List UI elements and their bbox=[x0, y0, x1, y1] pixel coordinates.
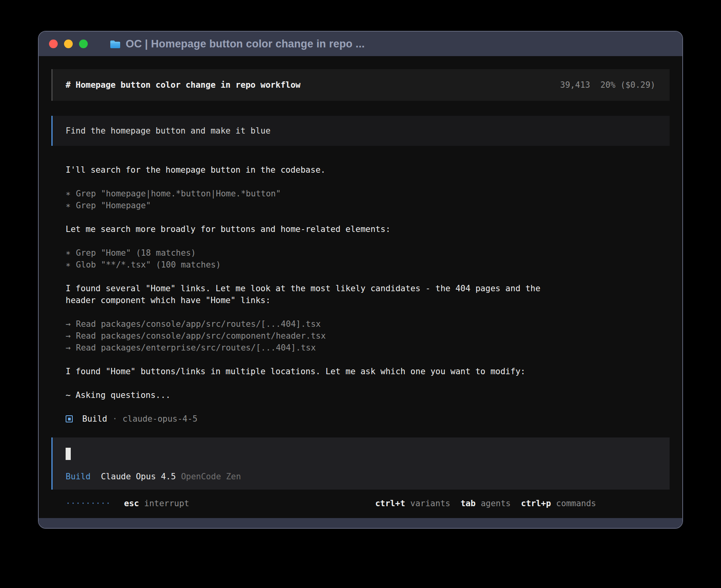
titlebar: OC | Homepage button color change in rep… bbox=[39, 32, 682, 56]
tool-call-read: → Read packages/console/app/src/routes/[… bbox=[66, 318, 670, 330]
esc-key-hint: esc bbox=[124, 498, 139, 509]
tool-call-text: Grep "homepage|home.*button|Home.*button… bbox=[76, 188, 281, 200]
token-count: 39,413 bbox=[560, 80, 590, 90]
provider-label: OpenCode Zen bbox=[181, 471, 241, 482]
asterisk-icon: ∗ bbox=[66, 200, 71, 211]
esc-action-label: interrupt bbox=[144, 498, 189, 509]
arrow-right-icon: → bbox=[66, 342, 71, 354]
context-usage: 20% ($0.29) bbox=[600, 80, 655, 90]
asterisk-icon: ∗ bbox=[66, 188, 71, 200]
separator-dot: · bbox=[112, 413, 117, 425]
session-header: # Homepage button color change in repo w… bbox=[51, 69, 670, 101]
terminal-window: OC | Homepage button color change in rep… bbox=[38, 31, 683, 529]
model-label: Claude Opus 4.5 bbox=[101, 471, 176, 482]
progress-dots-icon: ········· bbox=[66, 498, 111, 509]
assistant-text: I found "Home" buttons/links in multiple… bbox=[66, 366, 560, 377]
tool-call-grep: ∗ Grep "Homepage" bbox=[66, 200, 670, 211]
traffic-lights bbox=[49, 40, 88, 48]
tool-call-text: Read packages/console/app/src/component/… bbox=[76, 330, 326, 342]
keybind-hint-commands: ctrl+p commands bbox=[521, 498, 596, 509]
folder-icon bbox=[110, 40, 121, 49]
agent-model: claude-opus-4-5 bbox=[123, 413, 198, 425]
agent-mode-label[interactable]: Build bbox=[66, 471, 91, 482]
tool-call-text: Grep "Home" (18 matches) bbox=[76, 247, 196, 259]
keybind-hint-variants: ctrl+t variants bbox=[375, 498, 450, 509]
tool-call-read: → Read packages/console/app/src/componen… bbox=[66, 330, 670, 342]
asterisk-icon: ∗ bbox=[66, 247, 71, 259]
tool-call-read: → Read packages/enterprise/src/routes/[.… bbox=[66, 342, 670, 354]
tool-call-text: Read packages/enterprise/src/routes/[...… bbox=[76, 342, 316, 354]
user-message: Find the homepage button and make it blu… bbox=[51, 116, 670, 146]
tool-call-text: Read packages/console/app/src/routes/[..… bbox=[76, 318, 321, 330]
prompt-input[interactable]: Build Claude Opus 4.5 OpenCode Zen bbox=[51, 437, 670, 490]
assistant-text: I'll search for the homepage button in t… bbox=[66, 164, 560, 176]
session-title: # Homepage button color change in repo w… bbox=[66, 79, 300, 91]
keybind-key: tab bbox=[461, 498, 476, 509]
keybind-label: variants bbox=[410, 498, 450, 509]
arrow-right-icon: → bbox=[66, 318, 71, 330]
keybind-key: ctrl+t bbox=[375, 498, 405, 509]
window-bottom-bar bbox=[39, 518, 682, 528]
title-group: OC | Homepage button color change in rep… bbox=[110, 38, 365, 50]
status-bar: ········· esc interrupt ctrl+t variants … bbox=[51, 498, 670, 509]
tool-call-group: ∗ Grep "Home" (18 matches) ∗ Glob "**/*.… bbox=[66, 247, 670, 271]
window-title: OC | Homepage button color change in rep… bbox=[126, 38, 365, 50]
tool-call-glob: ∗ Glob "**/*.tsx" (100 matches) bbox=[66, 259, 670, 271]
agent-status: Build · claude-opus-4-5 bbox=[51, 413, 670, 425]
arrow-right-icon: → bbox=[66, 330, 71, 342]
assistant-text: Let me search more broadly for buttons a… bbox=[66, 223, 560, 235]
keybind-label: commands bbox=[556, 498, 596, 509]
close-button[interactable] bbox=[49, 40, 58, 48]
tool-call-text: Grep "Homepage" bbox=[76, 200, 151, 211]
minimize-button[interactable] bbox=[64, 40, 73, 48]
tool-call-grep: ∗ Grep "Home" (18 matches) bbox=[66, 247, 670, 259]
tool-call-text: Glob "**/*.tsx" (100 matches) bbox=[76, 259, 221, 271]
session-stats: 39,41320% ($0.29) bbox=[560, 79, 655, 91]
user-message-text: Find the homepage button and make it blu… bbox=[66, 125, 270, 137]
keybind-hint-agents: tab agents bbox=[461, 498, 511, 509]
terminal-content: # Homepage button color change in repo w… bbox=[39, 56, 682, 518]
tool-call-group: ∗ Grep "homepage|home.*button|Home.*butt… bbox=[66, 188, 670, 211]
text-cursor bbox=[66, 448, 71, 460]
status-left: ········· esc interrupt bbox=[66, 498, 189, 509]
keybind-label: agents bbox=[481, 498, 511, 509]
zoom-button[interactable] bbox=[79, 40, 88, 48]
agent-square-icon bbox=[66, 415, 73, 422]
assistant-response: I'll search for the homepage button in t… bbox=[51, 164, 670, 401]
asterisk-icon: ∗ bbox=[66, 259, 71, 271]
status-right: ctrl+t variants tab agents ctrl+p comman… bbox=[375, 498, 596, 509]
input-meta: Build Claude Opus 4.5 OpenCode Zen bbox=[66, 471, 655, 482]
assistant-status-text: ~ Asking questions... bbox=[66, 389, 560, 401]
keybind-key: ctrl+p bbox=[521, 498, 551, 509]
assistant-text: I found several "Home" links. Let me loo… bbox=[66, 283, 560, 306]
agent-name: Build bbox=[82, 413, 107, 425]
tool-call-grep: ∗ Grep "homepage|home.*button|Home.*butt… bbox=[66, 188, 670, 200]
desktop: OC | Homepage button color change in rep… bbox=[0, 0, 721, 588]
tool-call-group: → Read packages/console/app/src/routes/[… bbox=[66, 318, 670, 354]
